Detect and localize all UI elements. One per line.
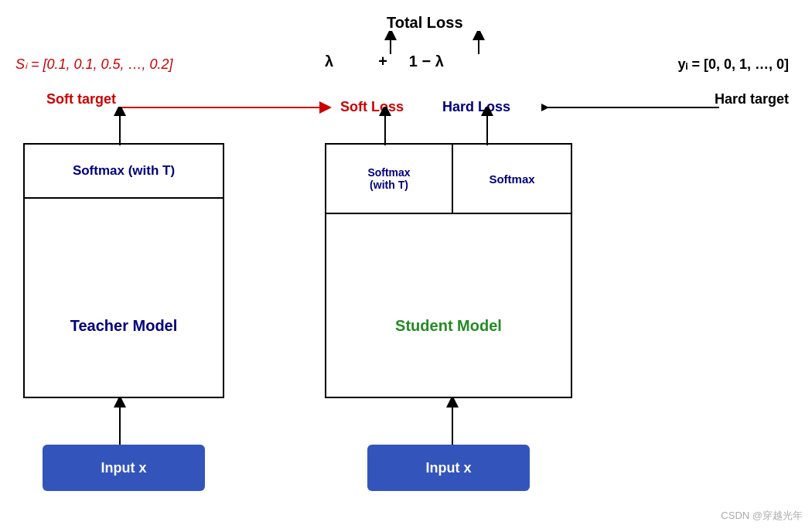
student-hard-arrow <box>479 107 495 147</box>
hard-loss-label: Hard Loss <box>442 99 510 115</box>
teacher-up-arrow <box>112 107 128 147</box>
teacher-input-box: Input x <box>43 445 205 491</box>
student-softmax-T-label: Softmax(with T) <box>326 145 453 213</box>
teacher-softmax-section: Softmax (with T) <box>25 145 223 199</box>
one-minus-lambda-up-arrow <box>471 31 486 56</box>
teacher-model-label: Teacher Model <box>25 317 223 335</box>
soft-target-arrow <box>120 99 336 116</box>
total-loss-label: Total Loss <box>387 14 463 32</box>
lambda-row: λ + 1 − λ <box>325 53 444 70</box>
soft-loss-label: Soft Loss <box>340 99 404 115</box>
diagram-container: Total Loss λ + 1 − λ Sᵢ = [0.1, 0.1, 0.5… <box>0 0 812 532</box>
student-top-row: Softmax(with T) Softmax <box>326 145 571 214</box>
si-equation: Sᵢ = [0.1, 0.1, 0.5, …, 0.2] <box>15 56 173 73</box>
one-minus-lambda: 1 − λ <box>409 53 444 70</box>
student-input-label: Input x <box>426 460 472 476</box>
student-softmax-label: Softmax <box>453 145 571 213</box>
student-model-box: Softmax(with T) Softmax Student Model <box>325 143 572 398</box>
student-model-label: Student Model <box>326 317 571 335</box>
lambda-symbol: λ <box>325 53 333 70</box>
teacher-down-arrow <box>112 398 128 448</box>
plus-symbol: + <box>378 53 387 70</box>
watermark: CSDN @穿越光年 <box>721 509 803 523</box>
soft-target-label: Soft target <box>46 91 116 107</box>
teacher-input-label: Input x <box>101 460 147 476</box>
teacher-model-box: Softmax (with T) Teacher Model <box>23 143 224 398</box>
student-soft-arrow <box>377 107 393 147</box>
student-input-box: Input x <box>367 445 530 491</box>
student-down-arrow <box>445 398 460 448</box>
teacher-softmax-label: Softmax (with T) <box>73 163 175 179</box>
hard-target-arrow <box>541 99 727 116</box>
yi-equation: yᵢ = [0, 0, 1, …, 0] <box>677 56 789 73</box>
